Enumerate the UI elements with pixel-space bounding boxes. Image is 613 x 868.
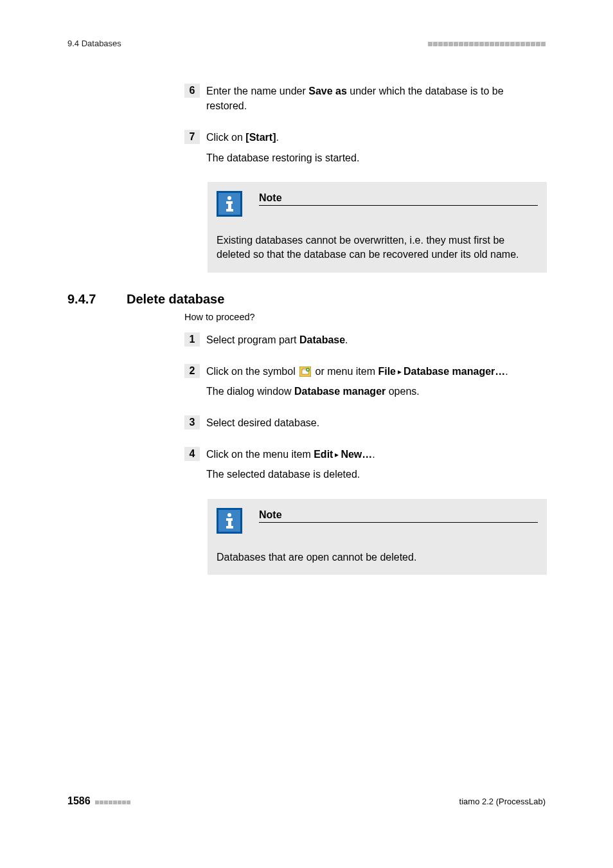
step-subtext-segment: opens. <box>386 386 419 397</box>
step-text-segment: Click on the menu item <box>206 449 314 460</box>
note-box: Note Databases that are open cannot be d… <box>208 499 547 575</box>
footer-left: 1586 <box>67 795 130 807</box>
step-text: Select program part Database. <box>206 332 546 352</box>
section-number: 9.4.7 <box>67 292 127 307</box>
step-text: Click on the menu item Edit▸New…. The se… <box>206 447 546 487</box>
step-number: 6 <box>184 84 200 98</box>
step-text-bold: [Start] <box>245 132 276 143</box>
step-subtext-bold: Database manager <box>294 386 386 397</box>
svg-rect-3 <box>226 209 233 212</box>
step-number: 7 <box>184 130 200 144</box>
footer-squares-decor <box>94 797 130 806</box>
page-footer: 1586 tiamo 2.2 (ProcessLab) <box>67 795 546 807</box>
step-subtext: The selected database is deleted. <box>206 467 546 482</box>
page-number: 1586 <box>67 795 91 807</box>
step-number: 3 <box>184 415 200 429</box>
step-row: 3 Select desired database. <box>184 415 546 435</box>
step-row: 7 Click on [Start]. The database restori… <box>184 130 546 170</box>
section-heading: 9.4.7 Delete database <box>67 292 546 307</box>
menu-arrow-icon: ▸ <box>398 367 402 376</box>
step-text: Click on [Start]. The database restoring… <box>206 130 546 170</box>
step-row: 4 Click on the menu item Edit▸New…. The … <box>184 447 546 487</box>
step-text-segment: or menu item <box>312 366 378 377</box>
section-title: Delete database <box>127 292 224 307</box>
note-box: Note Existing databases cannot be overwr… <box>208 182 547 273</box>
page-content: 6 Enter the name under Save as under whi… <box>67 84 546 575</box>
svg-rect-11 <box>226 526 233 529</box>
info-icon <box>217 508 242 534</box>
section-subtitle: How to proceed? <box>184 312 546 322</box>
page-header: 9.4 Databases <box>67 39 546 48</box>
step-text: Enter the name under Save as under which… <box>206 84 546 118</box>
step-text-bold: Save as <box>308 86 347 96</box>
step-row: 2 Click on the symbol or menu item File▸… <box>184 364 546 404</box>
menu-arrow-icon: ▸ <box>335 450 339 459</box>
step-text-bold: File <box>378 366 396 377</box>
step-subtext: The database restoring is started. <box>206 150 546 165</box>
step-text-bold: Database <box>299 334 345 345</box>
database-manager-icon <box>299 366 311 376</box>
step-text-bold: Database manager… <box>404 366 505 377</box>
header-squares-decor <box>427 39 546 48</box>
header-breadcrumb: 9.4 Databases <box>67 39 121 48</box>
note-title: Note <box>259 509 538 523</box>
step-text-bold: New… <box>341 449 372 460</box>
svg-point-0 <box>227 196 231 200</box>
note-body: Databases that are open cannot be delete… <box>217 550 538 565</box>
document-page: 9.4 Databases 6 Enter the name under Sav… <box>0 0 613 868</box>
step-number: 4 <box>184 447 200 461</box>
step-text-segment: . <box>372 449 375 460</box>
footer-product-name: tiamo 2.2 (ProcessLab) <box>459 797 546 806</box>
step-row: 6 Enter the name under Save as under whi… <box>184 84 546 118</box>
step-text-segment: Click on the symbol <box>206 366 298 377</box>
step-number: 2 <box>184 364 200 378</box>
info-icon <box>217 191 242 217</box>
step-text-segment: Select program part <box>206 334 299 345</box>
note-head: Note <box>217 191 538 217</box>
step-subtext-segment: The dialog window <box>206 386 294 397</box>
note-title: Note <box>259 192 538 206</box>
step-text-segment: . <box>505 366 508 377</box>
step-text-segment: Click on <box>206 132 245 143</box>
note-title-wrap: Note <box>259 508 538 523</box>
step-text: Select desired database. <box>206 415 546 435</box>
note-body: Existing databases cannot be overwritten… <box>217 233 538 262</box>
svg-rect-10 <box>228 518 231 527</box>
step-text-segment: . <box>276 132 278 143</box>
step-text-segment: Select desired database. <box>206 415 546 430</box>
step-text-bold: Edit <box>314 449 333 460</box>
svg-point-8 <box>227 513 231 517</box>
step-text: Click on the symbol or menu item File▸Da… <box>206 364 546 404</box>
note-title-wrap: Note <box>259 191 538 206</box>
step-text-segment: . <box>345 334 348 345</box>
step-row: 1 Select program part Database. <box>184 332 546 352</box>
step-number: 1 <box>184 332 200 347</box>
step-text-segment: Enter the name under <box>206 86 308 96</box>
svg-rect-2 <box>228 201 231 210</box>
note-head: Note <box>217 508 538 534</box>
